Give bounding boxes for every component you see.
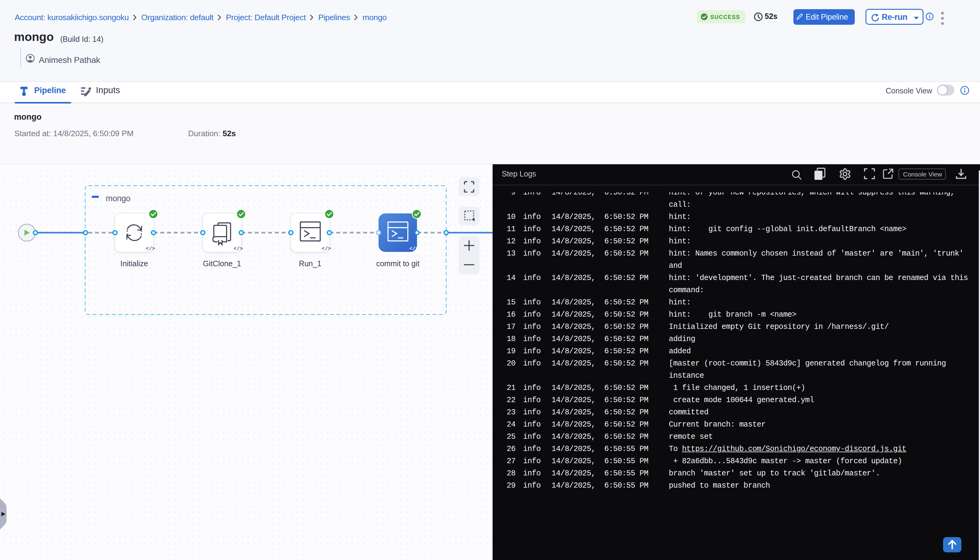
svg-text:</>: </> [146, 246, 155, 252]
svg-text:</>: </> [322, 246, 331, 252]
svg-text:GitClone_1: GitClone_1 [203, 259, 241, 268]
svg-text:Initialize: Initialize [120, 259, 148, 268]
svg-text:Run_1: Run_1 [299, 259, 322, 268]
svg-text:</>: </> [409, 246, 419, 252]
svg-text:commit to git: commit to git [376, 259, 420, 268]
svg-text:mongo: mongo [106, 194, 130, 203]
svg-text:</>: </> [233, 246, 243, 252]
